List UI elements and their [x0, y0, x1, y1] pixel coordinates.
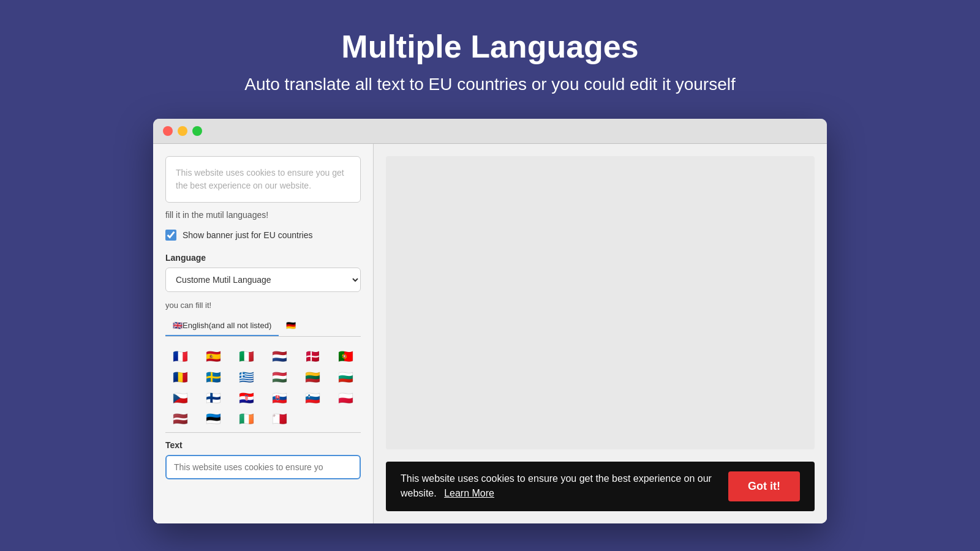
language-select[interactable]: Custome Mutil Language	[165, 268, 361, 292]
flag-hr[interactable]: 🇭🇷	[232, 389, 261, 407]
flag-hu[interactable]: 🇭🇺	[265, 369, 295, 386]
you-can-fill-label: you can fill it!	[165, 301, 361, 310]
flag-gr[interactable]: 🇬🇷	[232, 369, 261, 386]
left-panel: This website uses cookies to ensure you …	[153, 144, 374, 523]
fill-label: fill it in the mutil languages!	[165, 210, 361, 220]
tab-english[interactable]: 🇬🇧English(and all not listed)	[165, 316, 279, 336]
eu-checkbox-row: Show banner just for EU countries	[165, 230, 361, 241]
browser-window: This website uses cookies to ensure you …	[153, 119, 827, 523]
flag-nl[interactable]: 🇳🇱	[265, 348, 295, 365]
cookie-text-preview: This website uses cookies to ensure you …	[165, 156, 361, 203]
flag-pt[interactable]: 🇵🇹	[331, 348, 361, 365]
right-panel: This website uses cookies to ensure you …	[374, 144, 827, 523]
flag-lv[interactable]: 🇱🇻	[165, 410, 195, 427]
flag-lt[interactable]: 🇱🇹	[298, 369, 328, 386]
browser-content: This website uses cookies to ensure you …	[153, 144, 827, 523]
eu-checkbox[interactable]	[165, 230, 176, 241]
traffic-light-green[interactable]	[192, 126, 202, 136]
preview-area	[386, 156, 815, 449]
text-section-label: Text	[165, 440, 361, 450]
flag-fi[interactable]: 🇫🇮	[198, 389, 228, 407]
flags-grid: 🇫🇷 🇪🇸 🇮🇹 🇳🇱 🇩🇰 🇵🇹 🇷🇴 🇸🇪 🇬🇷 🇭🇺 🇱🇹 🇧🇬 🇨🇿 🇫…	[165, 343, 361, 433]
page-title: Multiple Languages	[341, 28, 638, 65]
flag-es[interactable]: 🇪🇸	[198, 348, 228, 365]
flag-si[interactable]: 🇸🇮	[298, 389, 328, 407]
cookie-banner-text: This website uses cookies to ensure you …	[401, 471, 714, 501]
flag-fr[interactable]: 🇫🇷	[165, 348, 195, 365]
flag-it[interactable]: 🇮🇹	[232, 348, 261, 365]
flag-dk[interactable]: 🇩🇰	[298, 348, 328, 365]
traffic-light-yellow[interactable]	[178, 126, 187, 136]
flag-bg[interactable]: 🇧🇬	[331, 369, 361, 386]
traffic-light-red[interactable]	[163, 126, 173, 136]
language-tabs: 🇬🇧English(and all not listed) 🇩🇪	[165, 316, 361, 337]
eu-checkbox-label: Show banner just for EU countries	[183, 230, 312, 240]
language-label: Language	[165, 253, 361, 263]
flag-sk[interactable]: 🇸🇰	[265, 389, 295, 407]
flag-ro[interactable]: 🇷🇴	[165, 369, 195, 386]
page-subtitle: Auto translate all text to EU countries …	[244, 75, 736, 94]
flag-se[interactable]: 🇸🇪	[198, 369, 228, 386]
flag-cz[interactable]: 🇨🇿	[165, 389, 195, 407]
tab-german[interactable]: 🇩🇪	[279, 316, 303, 336]
flag-pl[interactable]: 🇵🇱	[331, 389, 361, 407]
flag-ie[interactable]: 🇮🇪	[232, 410, 261, 427]
cookie-banner: This website uses cookies to ensure you …	[386, 462, 815, 511]
got-it-button[interactable]: Got it!	[728, 471, 800, 501]
text-input[interactable]	[165, 455, 361, 479]
browser-titlebar	[153, 119, 827, 144]
flag-ee[interactable]: 🇪🇪	[198, 410, 228, 427]
flag-mt[interactable]: 🇲🇹	[265, 410, 295, 427]
learn-more-link[interactable]: Learn More	[444, 488, 494, 498]
